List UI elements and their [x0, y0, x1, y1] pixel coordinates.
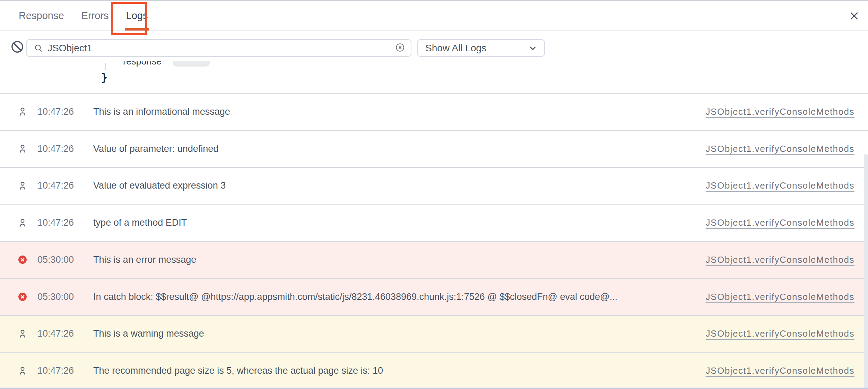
- log-source-link[interactable]: JSObject1.verifyConsoleMethods: [706, 254, 854, 265]
- tab-response[interactable]: Response: [17, 1, 66, 31]
- log-row[interactable]: 10:47:26 type of a method EDIT JSObject1…: [0, 204, 868, 241]
- log-source-link[interactable]: JSObject1.verifyConsoleMethods: [706, 328, 854, 339]
- logs-toolbar: Show All Logs: [0, 32, 868, 61]
- log-message: This is a warning message: [93, 328, 695, 339]
- log-filter-value: Show All Logs: [425, 43, 486, 54]
- clear-search-button[interactable]: [394, 42, 406, 54]
- log-timestamp: 10:47:26: [37, 328, 74, 339]
- tab-logs[interactable]: Logs: [124, 1, 150, 31]
- log-severity-icon-slot: [18, 107, 27, 116]
- log-source-link[interactable]: JSObject1.verifyConsoleMethods: [706, 106, 854, 117]
- log-timestamp: 05:30:00: [37, 254, 74, 265]
- value-pill: [173, 61, 210, 67]
- clear-logs-button[interactable]: [10, 40, 24, 54]
- log-severity-icon-slot: [18, 181, 27, 191]
- debugger-header: Response Errors Logs: [0, 0, 868, 31]
- log-message: This is an informational message: [93, 106, 695, 117]
- log-timestamp: 10:47:26: [37, 217, 74, 228]
- log-message: This is an error message: [93, 254, 695, 265]
- tab-errors[interactable]: Errors: [79, 1, 111, 31]
- log-source-link[interactable]: JSObject1.verifyConsoleMethods: [706, 180, 854, 191]
- search-icon: [34, 43, 43, 53]
- log-source-link[interactable]: JSObject1.verifyConsoleMethods: [706, 217, 854, 228]
- tab-errors-label: Errors: [81, 10, 109, 21]
- search-input[interactable]: [47, 43, 394, 54]
- chevron-down-icon: [528, 43, 538, 53]
- log-row[interactable]: 05:30:00 In catch block: $$result@ @http…: [0, 278, 868, 315]
- tab-bar: Response Errors Logs: [0, 1, 868, 31]
- log-message: Value of parameter: undefined: [93, 144, 695, 154]
- error-icon: [18, 292, 27, 301]
- log-source-link[interactable]: JSObject1.verifyConsoleMethods: [706, 144, 854, 154]
- tree-indent-line: [105, 63, 106, 70]
- log-severity-icon-slot: [18, 255, 27, 265]
- user-icon: [18, 107, 27, 116]
- log-filter-select[interactable]: Show All Logs: [417, 39, 545, 57]
- log-message: type of a method EDIT: [93, 217, 695, 228]
- log-row[interactable]: 10:47:26 Value of parameter: undefined J…: [0, 130, 868, 167]
- debugger-panel: Response Errors Logs: [0, 0, 868, 389]
- response-key[interactable]: response: [123, 61, 162, 67]
- active-tab-underline: [125, 28, 149, 31]
- log-list: 10:47:26 This is an informational messag…: [0, 93, 868, 389]
- log-source-link[interactable]: JSObject1.verifyConsoleMethods: [706, 292, 854, 302]
- log-severity-icon-slot: [18, 366, 27, 376]
- log-row[interactable]: 10:47:26 The recommended page size is 5,…: [0, 352, 868, 389]
- log-severity-icon-slot: [18, 329, 27, 339]
- log-message: The recommended page size is 5, whereas …: [93, 365, 695, 376]
- log-timestamp: 05:30:00: [37, 292, 74, 302]
- log-severity-icon-slot: [18, 292, 27, 302]
- ban-icon: [11, 40, 24, 53]
- response-preview-clipped: response }: [0, 61, 868, 93]
- circle-x-icon: [395, 42, 405, 53]
- log-timestamp: 10:47:26: [37, 106, 74, 117]
- search-box: [26, 39, 411, 57]
- tab-logs-label: Logs: [126, 10, 148, 21]
- log-row[interactable]: 10:47:26 This is a warning message JSObj…: [0, 315, 868, 352]
- log-source-link[interactable]: JSObject1.verifyConsoleMethods: [706, 365, 854, 376]
- window-bottom-edge: [0, 388, 868, 389]
- user-icon: [18, 144, 27, 154]
- log-timestamp: 10:47:26: [37, 180, 74, 191]
- tab-response-label: Response: [19, 10, 64, 21]
- user-icon: [18, 329, 27, 339]
- log-message: In catch block: $$result@ @https://app.a…: [93, 292, 695, 302]
- close-icon: [849, 11, 859, 21]
- log-message: Value of evaluated expression 3: [93, 180, 695, 191]
- user-icon: [18, 218, 27, 228]
- log-severity-icon-slot: [18, 144, 27, 154]
- log-timestamp: 10:47:26: [37, 365, 74, 376]
- log-severity-icon-slot: [18, 218, 27, 228]
- log-row[interactable]: 10:47:26 Value of evaluated expression 3…: [0, 167, 868, 204]
- user-icon: [18, 181, 27, 191]
- user-icon: [18, 366, 27, 376]
- error-icon: [18, 255, 27, 264]
- log-row[interactable]: 05:30:00 This is an error message JSObje…: [0, 241, 868, 278]
- closing-brace: }: [101, 71, 108, 84]
- log-row[interactable]: 10:47:26 This is an informational messag…: [0, 93, 868, 130]
- log-timestamp: 10:47:26: [37, 144, 74, 154]
- close-button[interactable]: [847, 9, 861, 23]
- scrollbar-thumb[interactable]: [864, 154, 868, 389]
